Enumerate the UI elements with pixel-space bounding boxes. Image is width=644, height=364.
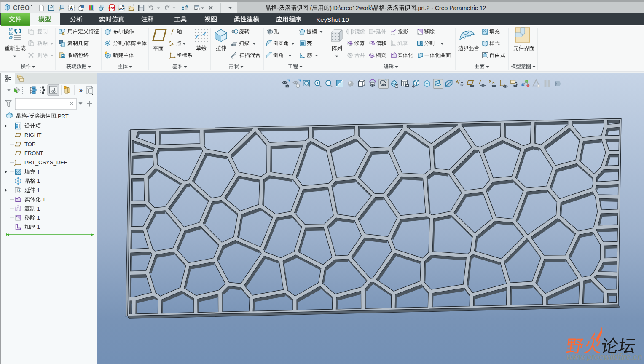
- svg-text:1: 1: [35, 187, 40, 193]
- svg-text:www.proewildfire.cn: www.proewildfire.cn: [566, 352, 642, 361]
- svg-text:) D:\creo12work\: ) D:\creo12work\: [330, 5, 373, 11]
- svg-text:.PRT: .PRT: [56, 113, 68, 119]
- svg-text:-: -: [385, 5, 387, 11]
- svg-text:.prt.2 - Creo Parametric 12: .prt.2 - Creo Parametric 12: [416, 5, 486, 11]
- svg-text:KeyShot 10: KeyShot 10: [316, 16, 349, 23]
- svg-text:A: A: [70, 5, 73, 11]
- svg-text:1: 1: [35, 224, 40, 230]
- svg-text:1: 1: [35, 206, 40, 212]
- svg-text:1: 1: [41, 196, 46, 203]
- svg-text:creo: creo: [13, 3, 30, 12]
- svg-text:DXF: DXF: [119, 7, 125, 10]
- svg-text:PDF: PDF: [109, 6, 115, 10]
- svg-text:-: -: [277, 5, 279, 11]
- svg-text:RIGHT: RIGHT: [24, 132, 42, 138]
- svg-text:-: -: [27, 113, 29, 119]
- svg-text:»: »: [79, 86, 83, 94]
- svg-text:PRT_CSYS_DEF: PRT_CSYS_DEF: [24, 159, 67, 166]
- svg-text:TOP: TOP: [24, 141, 36, 147]
- svg-text:1: 1: [35, 215, 40, 221]
- svg-text:(: (: [309, 5, 312, 11]
- svg-text:1: 1: [35, 169, 40, 175]
- svg-text:1: 1: [35, 178, 40, 184]
- svg-text:FRONT: FRONT: [24, 150, 43, 156]
